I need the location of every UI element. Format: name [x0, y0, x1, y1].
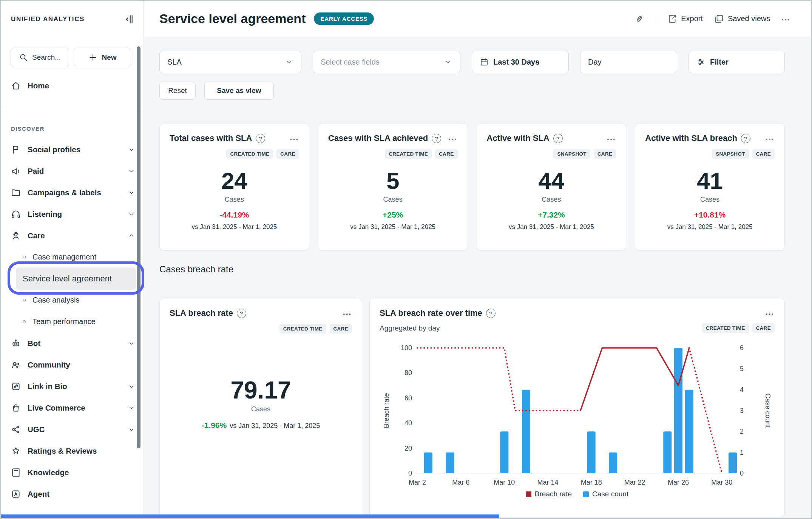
dimension-badge: CARE: [594, 149, 616, 159]
help-icon[interactable]: [741, 134, 750, 143]
filter-button[interactable]: Filter: [689, 51, 785, 73]
svg-text:5: 5: [740, 365, 744, 372]
legend-swatch: [526, 491, 531, 497]
card-title: Cases with SLA achieved: [328, 133, 428, 143]
help-icon[interactable]: [237, 309, 246, 318]
sidebar-item-case-management[interactable]: Case management: [1, 246, 144, 268]
new-button[interactable]: New: [74, 48, 131, 67]
saved-views-label: Saved views: [728, 14, 770, 23]
sidebar-item-case-analysis[interactable]: Case analysis: [1, 289, 144, 311]
plus-icon: [88, 53, 98, 62]
granularity-dropdown[interactable]: Day: [580, 51, 677, 73]
sidebar-scrollbar[interactable]: [137, 46, 140, 448]
megaphone-icon: [11, 166, 21, 176]
chart-legend: Breach rate Case count: [380, 490, 775, 498]
sidebar-item-link-in-bio[interactable]: Link in Bio: [1, 375, 144, 397]
sidebar-collapse-icon[interactable]: [123, 14, 134, 25]
legend-label: Breach rate: [535, 490, 572, 498]
case-fields-dropdown[interactable]: Select case fields: [313, 51, 460, 73]
saved-views-button[interactable]: Saved views: [714, 14, 770, 24]
date-range-value: Last 30 Days: [493, 58, 539, 66]
sidebar-item-social-profiles[interactable]: Social profiles: [1, 139, 144, 160]
metric-value: 79.17: [170, 378, 352, 402]
shopping-bag-icon: [11, 403, 21, 413]
sidebar-item-agent[interactable]: Agent: [1, 483, 144, 505]
metric-unit: Cases: [170, 196, 299, 204]
svg-text:0: 0: [740, 470, 744, 477]
sidebar-item-care[interactable]: Care: [1, 225, 144, 246]
sidebar-item-listening[interactable]: Listening: [1, 203, 144, 225]
sidebar-item-paid[interactable]: Paid: [1, 160, 144, 182]
svg-text:Breach rate: Breach rate: [383, 393, 390, 428]
card-more-menu[interactable]: [449, 136, 458, 141]
metric-delta: +10.81%: [645, 210, 775, 219]
sidebar-item-live-commerce[interactable]: Live Commerce: [1, 397, 144, 419]
sidebar-divider: [1, 109, 144, 109]
early-access-badge: EARLY ACCESS: [314, 12, 374, 25]
main-area: Service level agreement EARLY ACCESS Exp…: [144, 1, 811, 518]
sidebar-item-service-level-agreement[interactable]: Service level agreement: [1, 268, 144, 289]
sidebar-item-label: Link in Bio: [28, 382, 67, 391]
sidebar-item-ugc[interactable]: UGC: [1, 419, 144, 440]
share-network-icon: [11, 425, 21, 434]
svg-text:4: 4: [740, 386, 744, 394]
svg-text:Mar 18: Mar 18: [581, 479, 602, 486]
sla-breach-chart[interactable]: 0204060801000123456Mar 2Mar 6Mar 10Mar 1…: [380, 337, 775, 488]
sidebar-item-label: Case analysis: [32, 296, 80, 304]
sidebar-item-home[interactable]: Home: [1, 76, 144, 95]
chevron-down-icon: [128, 189, 135, 196]
svg-text:20: 20: [404, 445, 412, 452]
sidebar-item-campaigns-labels[interactable]: Campaigns & labels: [1, 182, 144, 203]
legend-item-breach-rate: Breach rate: [526, 490, 572, 498]
date-range-picker[interactable]: Last 30 Days: [472, 51, 569, 73]
sidebar-item-label: Care: [28, 231, 45, 240]
dimension-badge: SNAPSHOT: [712, 149, 749, 159]
search-button[interactable]: Search...: [11, 48, 69, 67]
book-icon: [11, 468, 21, 477]
sidebar-item-ratings-reviews[interactable]: Ratings & Reviews: [1, 440, 144, 462]
svg-text:80: 80: [404, 369, 412, 377]
chevron-down-icon: [128, 340, 135, 347]
help-icon[interactable]: [256, 134, 265, 143]
svg-text:60: 60: [404, 394, 412, 402]
card-more-menu[interactable]: [343, 310, 352, 316]
help-icon[interactable]: [486, 309, 496, 318]
sidebar-item-knowledge[interactable]: Knowledge: [1, 462, 144, 483]
legend-label: Case count: [592, 490, 628, 498]
chevron-down-icon: [128, 404, 135, 412]
flag-icon: [11, 145, 21, 154]
card-title: Total cases with SLA: [170, 133, 252, 143]
metric-card-sla-achieved: Cases with SLA achieved CREATED TIME CAR…: [318, 123, 468, 250]
chevron-down-icon: [128, 167, 135, 175]
export-button[interactable]: Export: [667, 14, 703, 24]
sidebar-item-bot[interactable]: Bot: [1, 332, 144, 354]
app-window: UNIFIED ANALYTICS Search... New: [0, 0, 812, 519]
card-more-menu[interactable]: [766, 136, 775, 141]
sla-dropdown[interactable]: SLA: [159, 51, 301, 73]
sidebar-item-label: Bot: [28, 339, 40, 348]
dimension-badge: CARE: [276, 149, 299, 159]
reset-label: Reset: [168, 86, 187, 95]
metric-unit: Cases: [487, 196, 616, 204]
help-icon[interactable]: [432, 134, 441, 143]
metric-card-active-with-sla: Active with SLA SNAPSHOT CARE 44 Cases +…: [477, 123, 627, 250]
header-divider: [656, 13, 656, 25]
help-icon[interactable]: [553, 134, 563, 143]
metric-compare: vs Jan 31, 2025 - Mar 1, 2025: [645, 223, 775, 231]
filter-label: Filter: [710, 58, 729, 66]
card-more-menu[interactable]: [607, 136, 616, 141]
header-more-menu[interactable]: [781, 16, 790, 22]
card-more-menu[interactable]: [290, 136, 299, 141]
reset-button[interactable]: Reset: [159, 82, 196, 100]
bottom-scrollbar[interactable]: [1, 514, 499, 518]
metric-compare: vs Jan 31, 2025 - Mar 1, 2025: [170, 223, 299, 231]
save-as-view-button[interactable]: Save as view: [204, 82, 274, 100]
sidebar-item-label: Team performance: [32, 317, 96, 326]
sidebar-item-team-performance[interactable]: Team performance: [1, 311, 144, 332]
metric-card-active-with-sla-breach: Active with SLA breach SNAPSHOT CARE 41 …: [635, 123, 785, 250]
svg-text:1: 1: [740, 449, 744, 456]
card-more-menu[interactable]: [766, 310, 775, 316]
metric-compare: vs Jan 31, 2025 - Mar 1, 2025: [487, 223, 616, 231]
sidebar-item-community[interactable]: Community: [1, 354, 144, 375]
share-link-icon[interactable]: [634, 14, 644, 24]
